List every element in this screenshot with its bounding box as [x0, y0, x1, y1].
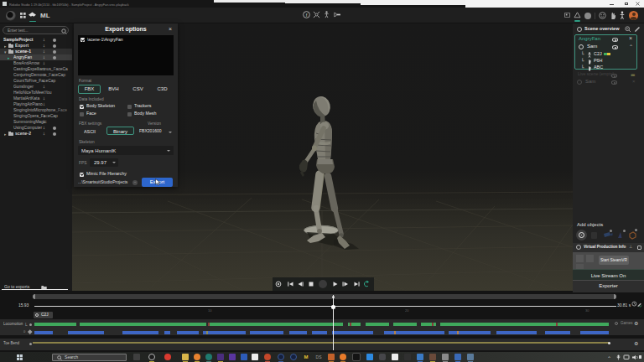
svg-text:f: f — [306, 13, 308, 18]
